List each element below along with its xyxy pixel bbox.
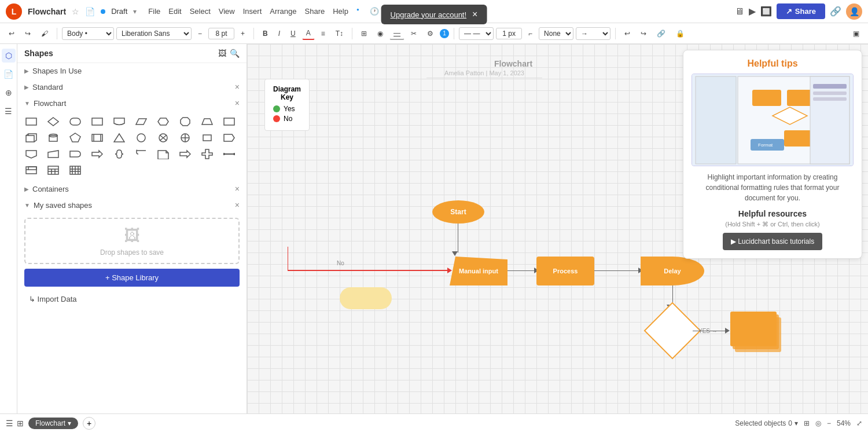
shape-library-button[interactable]: + Shape Library: [24, 269, 240, 287]
menu-select[interactable]: Select: [190, 7, 211, 16]
body-style-select[interactable]: Body •: [62, 27, 114, 40]
menu-share[interactable]: Share: [305, 7, 325, 16]
shape-rect2[interactable]: [89, 115, 105, 129]
shape-arrow2[interactable]: [177, 147, 193, 161]
menu-view[interactable]: View: [219, 7, 235, 16]
toolbar-redo[interactable]: ↪: [21, 27, 35, 40]
tutorial-button[interactable]: ▶ Lucidchart basic tutorials: [723, 233, 822, 250]
font-size-input[interactable]: [208, 28, 234, 39]
shape-delay[interactable]: [67, 147, 83, 161]
font-color-button[interactable]: A: [302, 27, 315, 40]
section-shapes-in-use[interactable]: ▶ Shapes In Use: [17, 63, 247, 79]
notification-close[interactable]: ×: [472, 9, 477, 20]
menu-help[interactable]: Help: [333, 7, 348, 16]
list-view-icon[interactable]: ☰: [6, 419, 13, 428]
shape-parallelogram[interactable]: [133, 115, 149, 129]
oval-shape[interactable]: [340, 287, 392, 309]
doc-icon[interactable]: 📄: [85, 7, 95, 16]
shape-table2[interactable]: [45, 163, 61, 177]
zoom-minus[interactable]: −: [827, 419, 831, 427]
crop-icon[interactable]: ✂: [407, 27, 421, 40]
shape-circle[interactable]: [133, 131, 149, 145]
shape-circle-cross[interactable]: [177, 131, 193, 145]
multi-doc-shape[interactable]: [730, 312, 782, 358]
shape-circle-x[interactable]: [155, 131, 171, 145]
menu-arrange[interactable]: Arrange: [270, 7, 296, 16]
shapes-image-icon[interactable]: 🖼: [218, 49, 226, 58]
section-standard[interactable]: ▶ Standard ×: [17, 79, 247, 95]
shape-hexagon[interactable]: [155, 115, 171, 129]
shape-rect[interactable]: [23, 115, 39, 129]
corner-button[interactable]: ⌐: [524, 27, 536, 40]
toolbar-paint[interactable]: 🖌: [37, 27, 52, 40]
line-width-input[interactable]: [496, 28, 522, 39]
shape-curly-brace[interactable]: [111, 147, 127, 161]
shape-table1[interactable]: [23, 163, 39, 177]
underline-button[interactable]: U: [286, 27, 300, 40]
share-screen-icon[interactable]: 🔲: [760, 6, 772, 17]
my-saved-close[interactable]: ×: [235, 200, 240, 210]
section-my-saved[interactable]: ▼ My saved shapes ×: [17, 197, 247, 213]
delay-shape[interactable]: Delay: [641, 257, 704, 285]
shape-triangle[interactable]: [111, 131, 127, 145]
target-status-icon[interactable]: ◎: [815, 419, 821, 427]
shape-connector[interactable]: [221, 147, 237, 161]
font-size-plus[interactable]: +: [237, 27, 249, 40]
play-icon[interactable]: ▶: [749, 6, 756, 17]
canvas-area[interactable]: Flowchart Amelia Patton | May 1, 2023 Di…: [247, 44, 868, 413]
text-style-button[interactable]: T↕: [332, 27, 347, 40]
external-link-icon[interactable]: 🔗: [830, 6, 841, 17]
shape-3d-box[interactable]: [23, 131, 39, 145]
sidebar-layers-icon[interactable]: ⊕: [2, 86, 16, 100]
shape-rect3[interactable]: [221, 115, 237, 129]
link-btn[interactable]: 🔗: [653, 27, 670, 40]
settings-icon[interactable]: ⚙: [423, 27, 437, 40]
panel-toggle[interactable]: ▣: [849, 27, 863, 40]
user-avatar[interactable]: 👤: [846, 3, 862, 20]
grid-toggle[interactable]: ⊞: [357, 27, 371, 40]
line-style-select[interactable]: — —: [459, 27, 494, 40]
draft-dropdown[interactable]: ▾: [133, 8, 137, 16]
arrow-start-select[interactable]: None: [539, 27, 573, 40]
selected-dropdown[interactable]: ▾: [795, 419, 798, 427]
section-containers[interactable]: ▶ Containers ×: [17, 181, 247, 197]
import-data-button[interactable]: ↳ Import Data: [24, 291, 82, 307]
fill-button[interactable]: ◉: [373, 27, 387, 40]
shape-off-page[interactable]: [23, 147, 39, 161]
font-family-select[interactable]: Liberation Sans: [116, 27, 192, 40]
manual-input-shape[interactable]: Manual input: [450, 257, 507, 285]
section-flowchart[interactable]: ▼ Flowchart ×: [17, 95, 247, 111]
format-status-icon[interactable]: ⊞: [804, 419, 810, 427]
shape-arrow-right[interactable]: [89, 147, 105, 161]
shape-trapezoid[interactable]: [199, 115, 215, 129]
shape-brace2[interactable]: [133, 147, 149, 161]
lock-btn[interactable]: 🔒: [672, 27, 689, 40]
align-left-button[interactable]: ≡: [317, 27, 329, 40]
upgrade-link[interactable]: Upgrade your account!: [391, 10, 467, 19]
shape-cross[interactable]: [199, 147, 215, 161]
shape-octagon[interactable]: [177, 115, 193, 129]
shape-pentagon2[interactable]: [221, 131, 237, 145]
line-color-button[interactable]: —: [389, 27, 404, 40]
bold-button[interactable]: B: [259, 27, 272, 40]
flowchart-tab[interactable]: Flowchart ▾: [28, 418, 78, 429]
containers-close[interactable]: ×: [235, 184, 240, 193]
share-button[interactable]: ↗ flowchart Share: [777, 3, 825, 19]
shape-rounded-rect[interactable]: [67, 115, 83, 129]
present-icon[interactable]: 🖥: [735, 6, 744, 17]
undo2-btn[interactable]: ↩: [620, 27, 634, 40]
grid-view-icon[interactable]: ⊞: [17, 419, 24, 428]
add-page-button[interactable]: +: [83, 417, 95, 430]
menu-insert[interactable]: Insert: [243, 7, 262, 16]
canvas-grid[interactable]: Flowchart Amelia Patton | May 1, 2023 Di…: [247, 44, 868, 413]
redo2-btn[interactable]: ↪: [637, 27, 650, 40]
process-shape[interactable]: Process: [536, 257, 594, 285]
flowchart-close[interactable]: ×: [235, 98, 240, 108]
shape-cylinder[interactable]: [45, 131, 61, 145]
shape-note[interactable]: [155, 147, 171, 161]
toolbar-undo[interactable]: ↩: [5, 27, 19, 40]
shapes-search-icon[interactable]: 🔍: [230, 49, 240, 58]
shape-pentagon[interactable]: [67, 131, 83, 145]
shape-diamond[interactable]: [45, 115, 61, 129]
shape-manual-input[interactable]: [45, 147, 61, 161]
